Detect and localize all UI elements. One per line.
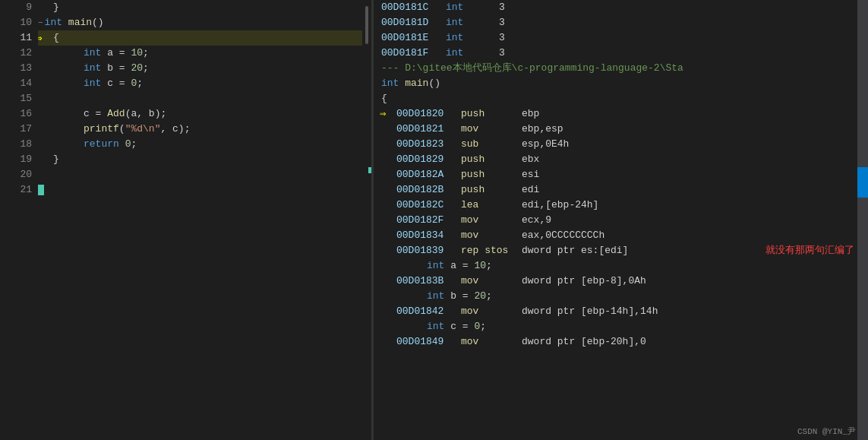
disasm-line-181c: 00D0181C int 3 — [374, 0, 857, 15]
code-line-13: int b = 20 ; — [38, 61, 362, 76]
disasm-line-182b: 00D0182B push edi — [374, 182, 857, 198]
disasm-line-181e: 00D0181E int 3 — [374, 30, 857, 46]
editor-scrollbar[interactable] — [362, 0, 371, 440]
disasm-line-1820: ⇒ 00D01820 push ebp — [374, 106, 857, 122]
line-num-15: 15 — [0, 91, 32, 106]
line-num-14: 14 — [0, 76, 32, 91]
disasm-arrow: ⇒ — [380, 106, 386, 122]
line-num-21: 21 — [0, 182, 32, 198]
comment-annotation: 就没有那两句汇编了 — [765, 245, 854, 257]
disasm-code-c: int c = 0 ; — [374, 319, 857, 334]
disasm-line-181d: 00D0181D int 3 — [374, 15, 857, 30]
disasm-content: 00D0181C int 3 00D0181D int 3 00D0181E i… — [374, 0, 857, 440]
line-num-9: 9 — [0, 0, 32, 15]
code-line-21 — [38, 182, 362, 198]
line-num-16: 16 — [0, 106, 32, 122]
collapse-btn-10[interactable]: − — [38, 15, 43, 30]
disasm-line-1823: 00D01823 sub esp,0E4h — [374, 137, 857, 152]
editor-scrollbar-thumb[interactable] — [365, 6, 368, 44]
disasm-code-a: int a = 10 ; — [374, 258, 857, 274]
disasm-open-brace: { — [374, 91, 857, 106]
line-num-18: 18 — [0, 137, 32, 152]
code-line-17: printf ( "%d\n" , c); — [38, 122, 362, 137]
line-num-19: 19 — [0, 152, 32, 167]
disasm-line-1839: 00D01839 rep stos dword ptr es:[edi] 就没有… — [374, 243, 857, 258]
disasm-line-183b: 00D0183B mov dword ptr [ebp-8],0Ah — [374, 274, 857, 289]
green-cursor — [38, 185, 44, 195]
disasm-line-1829: 00D01829 push ebx — [374, 152, 857, 167]
code-content: ⇒ } − int main () { int — [38, 0, 362, 440]
disasm-line-182a: 00D0182A push esi — [374, 167, 857, 182]
line-num-10: 10 — [0, 15, 32, 30]
code-line-19: } — [38, 152, 362, 167]
disasm-line-182f: 00D0182F mov ecx,9 — [374, 213, 857, 228]
line-num-17: 17 — [0, 122, 32, 137]
line-numbers: 9 10 11 12 13 14 15 16 17 18 19 20 21 — [0, 0, 38, 440]
right-scrollbar[interactable] — [857, 0, 868, 440]
disasm-line-182c: 00D0182C lea edi,[ebp-24h] — [374, 198, 857, 213]
right-scrollbar-thumb[interactable] — [857, 167, 868, 198]
disasm-panel: 00D0181C int 3 00D0181D int 3 00D0181E i… — [374, 0, 868, 440]
current-line-arrow: ⇒ — [38, 30, 43, 46]
disasm-line-1821: 00D01821 mov ebp,esp — [374, 122, 857, 137]
code-line-20 — [38, 167, 362, 182]
disasm-main-decl: int main () — [374, 76, 857, 91]
line-num-13: 13 — [0, 61, 32, 76]
disasm-line-1842: 00D01842 mov dword ptr [ebp-14h],14h — [374, 304, 857, 319]
line-num-11: 11 — [0, 30, 32, 46]
code-line-15 — [38, 91, 362, 106]
editor-panel: 9 10 11 12 13 14 15 16 17 18 19 20 21 ⇒ … — [0, 0, 372, 440]
bookmark-indicator — [368, 167, 371, 173]
code-line-18: return 0 ; — [38, 137, 362, 152]
code-line-16: c = Add (a, b); — [38, 106, 362, 122]
code-line-14: int c = 0 ; — [38, 76, 362, 91]
code-line-10: − int main () — [38, 15, 362, 30]
code-line-12: int a = 10 ; — [38, 46, 362, 61]
disasm-line-1849: 00D01849 mov dword ptr [ebp-20h],0 — [374, 334, 857, 350]
disasm-code-b: int b = 20 ; — [374, 289, 857, 304]
watermark: CSDN @YIN_尹 — [797, 426, 856, 437]
disasm-line-181f: 00D0181F int 3 — [374, 46, 857, 61]
disasm-separator: --- D:\gitee本地代码仓库\c-programming-languag… — [374, 61, 857, 76]
line-num-20: 20 — [0, 167, 32, 182]
code-line-11: { — [38, 30, 362, 46]
code-line-9: } — [38, 0, 362, 15]
line-num-12: 12 — [0, 46, 32, 61]
disasm-line-1834: 00D01834 mov eax,0CCCCCCCCh — [374, 228, 857, 243]
